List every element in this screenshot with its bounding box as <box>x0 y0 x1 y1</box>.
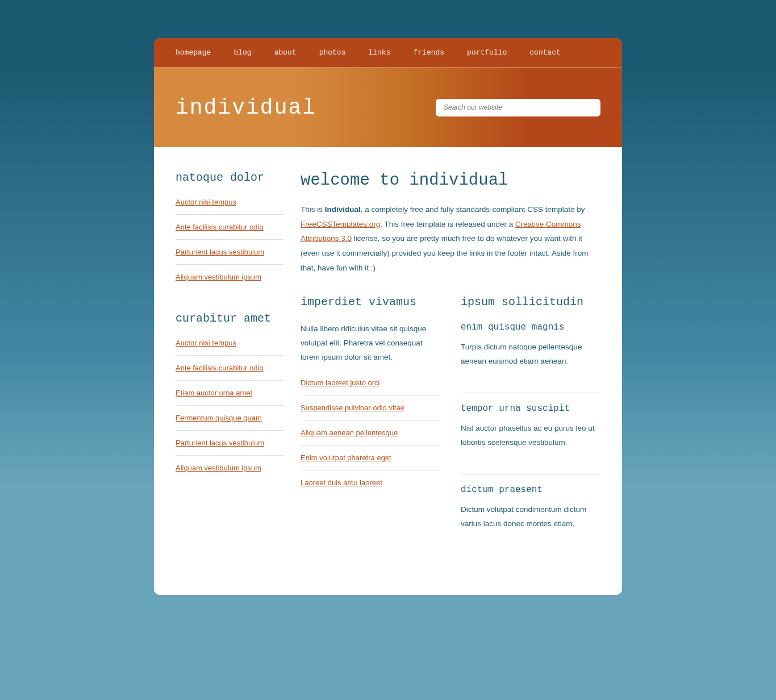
col-link[interactable]: Suspendisse pulvinar odio vitae <box>301 403 404 412</box>
header-banner: individual <box>154 68 622 147</box>
sidebar: natoque dolor Auctor nisi tempus Ante fa… <box>176 171 283 555</box>
info-block: dictum praesent Dictum volutpat condimen… <box>461 474 600 555</box>
intro-text: . This free template is released under a <box>380 220 515 228</box>
sidebar-heading-1: natoque dolor <box>176 171 283 184</box>
block-text: Nisl auctor phasellus ac eu purus leo ut… <box>461 422 600 450</box>
list-item: Etiam auctor urna amet <box>176 381 283 406</box>
col-link-list: Dictum laoreet justo orci Suspendisse pu… <box>301 378 440 495</box>
sidebar-link[interactable]: Ante facilisis curabitur odio <box>176 364 264 372</box>
page-title: welcome to individual <box>301 171 600 190</box>
column-left: imperdiet vivamus Nulla libero ridiculus… <box>301 295 440 555</box>
page: homepage blog about photos links friends… <box>154 38 622 595</box>
column-right: ipsum sollicitudin enim quisque magnis T… <box>461 295 600 555</box>
intro-paragraph: This is Individual, a completely free an… <box>301 202 600 275</box>
content-area: natoque dolor Auctor nisi tempus Ante fa… <box>154 147 622 595</box>
site-logo: individual <box>176 95 316 120</box>
list-item: Aliquam vestibulum ipsum <box>176 265 283 289</box>
sidebar-link[interactable]: Parturient lacus vestibulum <box>176 248 264 256</box>
list-item: Dictum laoreet justo orci <box>301 378 440 395</box>
list-item: Laoreet duis arcu laoreet <box>301 470 440 495</box>
col-heading: ipsum sollicitudin <box>461 295 600 309</box>
col-link[interactable]: Enim volutpat pharetra eget <box>301 453 391 462</box>
main-nav: homepage blog about photos links friends… <box>154 38 622 68</box>
intro-link-freecss[interactable]: FreeCSSTemplates.org <box>301 220 380 228</box>
nav-links[interactable]: links <box>368 48 390 57</box>
list-item: Parturient lacus vestibulum <box>176 240 283 265</box>
list-item: Aliquam aenean pellentesque <box>301 420 440 445</box>
nav-portfolio[interactable]: portfolio <box>467 48 507 57</box>
sidebar-link[interactable]: Aliquam vestibulum ipsum <box>176 273 261 281</box>
block-heading: enim quisque magnis <box>461 322 600 332</box>
block-heading: tempor urna suscipit <box>461 403 600 414</box>
list-item: Ante facilisis curabitur odio <box>176 215 283 240</box>
intro-text: This is <box>301 205 325 214</box>
list-item: Auctor nisi tempus <box>176 339 283 356</box>
nav-homepage[interactable]: homepage <box>176 48 211 57</box>
nav-contact[interactable]: contact <box>529 48 561 57</box>
list-item: Ante facilisis curabitur odio <box>176 356 283 381</box>
sidebar-link[interactable]: Aliquam vestibulum ipsum <box>176 464 261 472</box>
search-input[interactable] <box>436 99 600 116</box>
sidebar-list-2: Auctor nisi tempus Ante facilisis curabi… <box>176 339 283 480</box>
info-block: tempor urna suscipit Nisl auctor phasell… <box>461 393 600 474</box>
list-item: Aliquam vestibulum ipsum <box>176 456 283 480</box>
nav-blog[interactable]: blog <box>233 48 251 57</box>
list-item: Fermentum quisque quam <box>176 406 283 431</box>
intro-text: , a completely free and fully standards-… <box>361 205 585 214</box>
list-item: Suspendisse pulvinar odio vitae <box>301 395 440 420</box>
search-form <box>436 99 600 116</box>
main-content: welcome to individual This is Individual… <box>301 171 600 555</box>
sidebar-link[interactable]: Fermentum quisque quam <box>176 414 262 422</box>
list-item: Auctor nisi tempus <box>176 198 283 215</box>
sidebar-link[interactable]: Etiam auctor urna amet <box>176 389 252 397</box>
col-link[interactable]: Aliquam aenean pellentesque <box>301 428 398 437</box>
intro-bold: Individual <box>325 205 361 214</box>
col-link[interactable]: Dictum laoreet justo orci <box>301 378 379 387</box>
sidebar-link[interactable]: Auctor nisi tempus <box>176 339 236 347</box>
sidebar-link[interactable]: Auctor nisi tempus <box>176 198 236 206</box>
block-text: Dictum volutpat condimentum dictum variu… <box>461 503 600 531</box>
nav-friends[interactable]: friends <box>413 48 444 57</box>
col-heading: imperdiet vivamus <box>301 295 440 309</box>
nav-about[interactable]: about <box>274 48 297 57</box>
nav-photos[interactable]: photos <box>319 48 346 57</box>
sidebar-link[interactable]: Ante facilisis curabitur odio <box>176 223 264 231</box>
info-block: enim quisque magnis Turpis dictum natoqu… <box>461 322 600 393</box>
col-link[interactable]: Laoreet duis arcu laoreet <box>301 478 382 487</box>
sidebar-heading-2: curabitur amet <box>176 312 283 325</box>
sidebar-list-1: Auctor nisi tempus Ante facilisis curabi… <box>176 198 283 289</box>
block-heading: dictum praesent <box>461 485 600 495</box>
list-item: Parturient lacus vestibulum <box>176 431 283 456</box>
columns: imperdiet vivamus Nulla libero ridiculus… <box>301 295 600 555</box>
col-text: Nulla libero ridiculus vitae sit quisque… <box>301 322 440 365</box>
list-item: Enim volutpat pharetra eget <box>301 445 440 470</box>
sidebar-link[interactable]: Parturient lacus vestibulum <box>176 439 264 447</box>
block-text: Turpis dictum natoque pellentesque aenea… <box>461 340 600 369</box>
